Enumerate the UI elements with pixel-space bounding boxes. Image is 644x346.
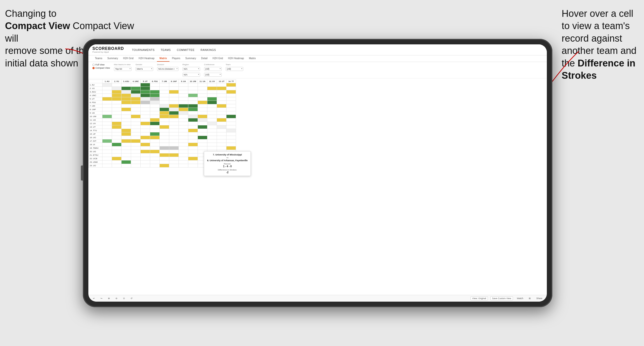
matrix-cell[interactable] <box>207 146 217 150</box>
matrix-cell[interactable] <box>207 108 217 111</box>
matrix-cell[interactable] <box>150 118 160 122</box>
matrix-cell[interactable] <box>122 94 131 97</box>
tab-teams[interactable]: Teams <box>92 55 105 62</box>
matrix-cell[interactable] <box>207 83 217 87</box>
matrix-cell[interactable] <box>169 125 179 129</box>
matrix-cell[interactable] <box>198 125 207 129</box>
matrix-cell[interactable] <box>122 139 131 143</box>
nav-tournaments[interactable]: TOURNAMENTS <box>132 48 155 51</box>
matrix-cell[interactable] <box>112 150 122 153</box>
matrix-cell[interactable] <box>131 104 141 108</box>
matrix-cell[interactable] <box>112 153 122 157</box>
compact-view-radio[interactable] <box>92 67 95 69</box>
matrix-cell[interactable] <box>131 111 141 115</box>
matrix-cell[interactable] <box>112 118 122 122</box>
filter-division-select[interactable]: NCAA Division I <box>157 67 179 71</box>
matrix-cell[interactable] <box>217 87 226 90</box>
matrix-cell[interactable] <box>122 97 131 101</box>
matrix-cell[interactable] <box>131 94 141 97</box>
matrix-cell[interactable] <box>122 160 131 164</box>
matrix-cell[interactable] <box>217 125 226 129</box>
matrix-cell[interactable] <box>169 97 179 101</box>
full-view-label[interactable]: Full View <box>92 63 110 66</box>
watch-button[interactable]: Watch <box>515 297 525 300</box>
matrix-cell[interactable] <box>141 115 150 118</box>
matrix-cell[interactable] <box>226 129 236 132</box>
matrix-cell[interactable] <box>169 160 179 164</box>
matrix-cell[interactable] <box>131 90 141 94</box>
matrix-cell[interactable] <box>188 94 198 97</box>
matrix-cell[interactable] <box>160 153 169 157</box>
matrix-cell[interactable] <box>131 136 141 139</box>
matrix-cell[interactable] <box>141 111 150 115</box>
matrix-cell[interactable] <box>169 129 179 132</box>
matrix-cell[interactable] <box>179 150 188 153</box>
matrix-cell[interactable] <box>102 108 112 111</box>
matrix-cell[interactable] <box>160 143 169 146</box>
matrix-cell[interactable] <box>198 111 207 115</box>
matrix-cell[interactable] <box>207 143 217 146</box>
tab-summary-1[interactable]: Summary <box>105 55 121 62</box>
matrix-cell[interactable] <box>150 150 160 153</box>
matrix-cell[interactable] <box>122 143 131 146</box>
matrix-cell[interactable] <box>188 157 198 160</box>
matrix-cell[interactable] <box>150 132 160 136</box>
matrix-cell[interactable] <box>169 118 179 122</box>
matrix-cell[interactable] <box>188 83 198 87</box>
matrix-cell[interactable] <box>198 115 207 118</box>
matrix-cell[interactable] <box>150 94 160 97</box>
matrix-cell[interactable] <box>160 104 169 108</box>
matrix-cell[interactable] <box>112 129 122 132</box>
matrix-cell[interactable] <box>141 132 150 136</box>
filter-gender-select[interactable]: Men's <box>136 67 153 71</box>
full-view-radio[interactable] <box>92 64 95 66</box>
matrix-cell[interactable] <box>160 118 169 122</box>
filter-conference-select2[interactable]: (All) <box>204 73 222 77</box>
matrix-cell[interactable] <box>102 104 112 108</box>
matrix-cell[interactable] <box>102 115 112 118</box>
matrix-cell[interactable] <box>112 139 122 143</box>
matrix-cell[interactable] <box>141 125 150 129</box>
matrix-cell[interactable] <box>217 101 226 104</box>
matrix-cell[interactable] <box>160 87 169 90</box>
matrix-cell[interactable] <box>112 83 122 87</box>
tab-h2h-heatmap-1[interactable]: H2H Heatmap <box>136 55 157 62</box>
matrix-cell[interactable] <box>131 157 141 160</box>
tab-summary-2[interactable]: Summary <box>183 55 199 62</box>
matrix-cell[interactable] <box>122 153 131 157</box>
tool-1[interactable]: ⊕ <box>106 297 111 300</box>
matrix-cell[interactable] <box>122 122 131 125</box>
tab-matrix-2[interactable]: Matrix <box>247 55 258 62</box>
matrix-cell[interactable] <box>179 101 188 104</box>
matrix-cell[interactable] <box>102 129 112 132</box>
matrix-cell[interactable] <box>188 87 198 90</box>
matrix-cell[interactable] <box>102 139 112 143</box>
matrix-cell[interactable] <box>160 83 169 87</box>
matrix-cell[interactable] <box>131 153 141 157</box>
tab-h2h-grid-1[interactable]: H2H Grid <box>121 55 136 62</box>
undo-button[interactable]: ↩ <box>91 297 96 300</box>
matrix-cell[interactable] <box>188 164 198 167</box>
share-button[interactable]: Share <box>535 297 544 300</box>
matrix-cell[interactable] <box>131 101 141 104</box>
matrix-cell[interactable] <box>179 146 188 150</box>
matrix-cell[interactable] <box>207 104 217 108</box>
matrix-cell[interactable] <box>226 132 236 136</box>
matrix-cell[interactable] <box>160 125 169 129</box>
matrix-cell[interactable] <box>141 90 150 94</box>
matrix-cell[interactable] <box>160 150 169 153</box>
matrix-cell[interactable] <box>102 111 112 115</box>
matrix-cell[interactable] <box>112 94 122 97</box>
matrix-cell[interactable] <box>160 122 169 125</box>
compact-view-label[interactable]: Compact View <box>92 67 110 69</box>
matrix-cell[interactable] <box>160 129 169 132</box>
matrix-cell[interactable] <box>169 108 179 111</box>
matrix-cell[interactable] <box>131 160 141 164</box>
matrix-cell[interactable] <box>112 87 122 90</box>
matrix-cell[interactable] <box>122 125 131 129</box>
matrix-cell[interactable] <box>112 125 122 129</box>
matrix-cell[interactable] <box>226 108 236 111</box>
redo-button[interactable]: ↪ <box>99 297 104 300</box>
matrix-cell[interactable] <box>122 104 131 108</box>
matrix-cell[interactable] <box>150 153 160 157</box>
